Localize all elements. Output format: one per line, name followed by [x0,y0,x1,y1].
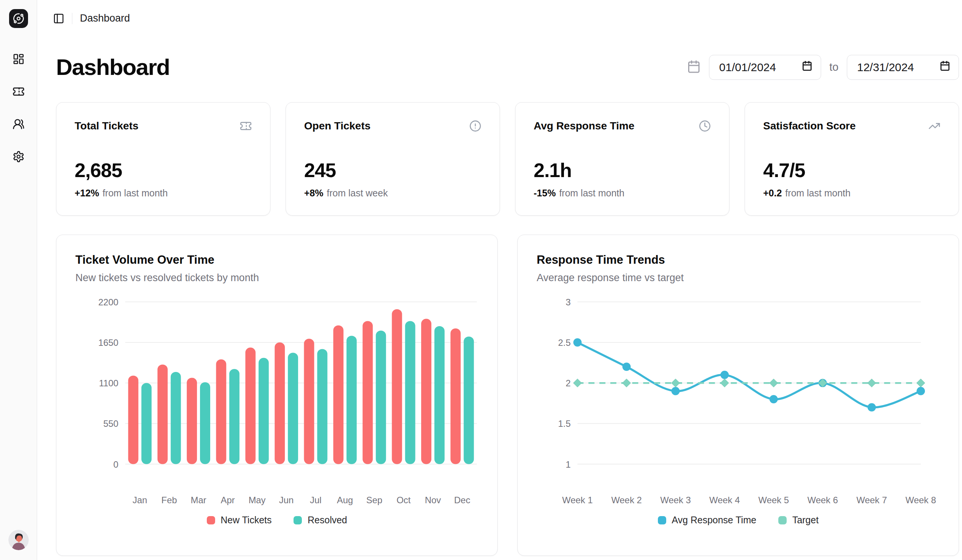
stat-value: 2,685 [74,159,252,182]
bar [158,364,168,464]
svg-text:2200: 2200 [98,297,118,307]
stat-change-delta: -15% [534,188,555,198]
stat-value: 245 [304,159,481,182]
x-axis-labels: JanFebMarAprMayJunJulAugSepOctNovDec [132,495,470,505]
calendar-icon [687,60,701,75]
topbar: Dashboard [37,0,962,37]
svg-text:Week 8: Week 8 [906,495,936,505]
range-separator: to [830,61,839,73]
stat-change-delta: +8% [304,188,323,198]
svg-text:Aug: Aug [337,495,353,505]
bar [333,325,344,464]
bar [128,376,138,464]
bar [304,339,314,464]
avg-response-line [573,338,925,411]
sidebar-item-settings[interactable] [11,149,26,164]
data-point [868,403,876,411]
alert-circle-icon [469,120,481,134]
sidebar-toggle-button[interactable] [53,13,65,24]
start-date-input[interactable]: 01/01/2024 [709,55,821,80]
bar [171,372,181,464]
legend-label: Avg Response Time [672,515,756,526]
page-header: Dashboard 01/01/2024 to 12/31/2024 [56,54,959,80]
target-marker [917,379,925,387]
legend-item-target: Target [778,515,818,526]
sidebar-item-tickets[interactable] [11,84,26,99]
stat-card-total-tickets: Total Tickets 2,685 +12%from last month [56,102,270,216]
data-point [770,395,778,403]
app-logo[interactable] [9,9,28,28]
bar [187,378,197,464]
sidebar [0,0,37,560]
data-point [917,387,925,396]
sidebar-item-dashboard[interactable] [11,51,26,67]
sidebar-item-users[interactable] [11,117,26,132]
bar [216,359,226,464]
bar [463,336,474,464]
legend-item-new-tickets: New Tickets [207,515,272,526]
svg-text:Oct: Oct [397,495,411,505]
user-avatar[interactable] [8,530,29,550]
stat-change-note: from last month [785,188,850,198]
line-chart: 11.522.53Week 1Week 2Week 3Week 4Week 5W… [537,297,939,509]
svg-text:Week 2: Week 2 [611,495,642,505]
page-content: Dashboard 01/01/2024 to 12/31/2024 [37,37,962,560]
app-root: Dashboard Dashboard 01/01/2024 to [0,0,962,560]
svg-text:Jun: Jun [279,495,294,505]
start-date-value: 01/01/2024 [719,61,776,74]
data-point [573,338,582,347]
chart-subtitle: New tickets vs resolved tickets by month [75,272,478,284]
ticket-icon [13,85,24,98]
data-point [720,371,729,379]
stats-row: Total Tickets 2,685 +12%from last month … [56,102,959,216]
legend-swatch [658,516,666,525]
bar [317,349,327,464]
page-title: Dashboard [56,54,169,80]
svg-text:Feb: Feb [161,495,177,505]
svg-text:Dec: Dec [454,495,470,505]
stat-change-note: from last month [103,188,168,198]
legend-label: Resolved [308,515,347,526]
ticket-icon [240,120,252,134]
x-axis-labels: Week 1Week 2Week 3Week 4Week 5Week 6Week… [562,495,936,505]
svg-text:Jul: Jul [310,495,321,505]
charts-row: Ticket Volume Over Time New tickets vs r… [56,235,959,556]
bar-chart: 0550110016502200JanFebMarAprMayJunJulAug… [75,297,478,509]
svg-text:May: May [249,495,265,505]
bar [288,352,298,464]
svg-text:Week 5: Week 5 [758,495,789,505]
users-icon [13,118,24,130]
date-picker-icon[interactable] [939,61,950,74]
response-time-chart-card: Response Time Trends Average response ti… [517,235,959,556]
svg-text:Week 7: Week 7 [856,495,887,505]
svg-text:Apr: Apr [221,495,235,505]
svg-text:Nov: Nov [425,495,441,505]
settings-icon [13,151,24,163]
legend-label: New Tickets [221,515,272,526]
svg-text:1: 1 [565,459,570,470]
date-picker-icon[interactable] [802,61,812,74]
bars [128,309,474,464]
main-area: Dashboard Dashboard 01/01/2024 to [37,0,962,560]
clock-icon [699,120,711,134]
bar [405,321,415,464]
stat-title: Avg Response Time [534,120,634,132]
legend-swatch [294,516,302,525]
target-marker [573,379,582,387]
bar-chart-svg: 0550110016502200JanFebMarAprMayJunJulAug… [75,297,478,509]
ticket-volume-chart-card: Ticket Volume Over Time New tickets vs r… [56,235,498,556]
svg-text:Week 1: Week 1 [562,495,593,505]
stat-card-satisfaction-score: Satisfaction Score 4.7/5 +0.2from last m… [745,102,959,216]
bar [362,321,373,464]
bar [392,309,402,464]
target-marker [622,379,631,387]
stat-title: Satisfaction Score [763,120,855,132]
legend-swatch [207,516,215,525]
y-axis-labels: 0550110016502200 [98,297,118,470]
svg-text:Jan: Jan [132,495,147,505]
stat-change: +0.2from last month [763,188,940,199]
svg-text:2: 2 [565,378,570,388]
end-date-input[interactable]: 12/31/2024 [847,55,959,80]
legend-item-resolved: Resolved [294,515,347,526]
bar [421,319,431,464]
